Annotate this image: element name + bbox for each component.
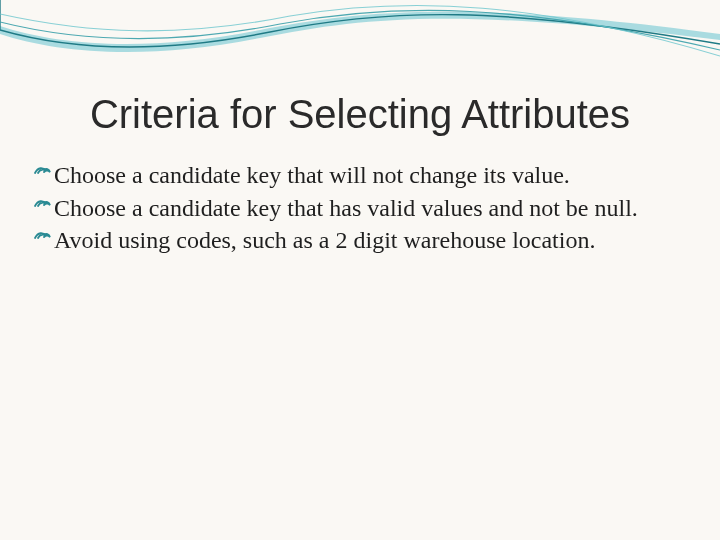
slide-title: Criteria for Selecting Attributes [0,92,720,137]
bullet-text: Choose a candidate key that will not cha… [54,160,680,191]
bullet-item: Avoid using codes, such as a 2 digit war… [32,225,680,256]
slide-body: Choose a candidate key that will not cha… [32,160,680,258]
header-wave-decoration [0,0,720,90]
bullet-icon [32,225,52,253]
bullet-icon [32,193,52,221]
bullet-item: Choose a candidate key that will not cha… [32,160,680,191]
bullet-text: Choose a candidate key that has valid va… [54,193,680,224]
slide: Criteria for Selecting Attributes Choose… [0,0,720,540]
bullet-icon [32,160,52,188]
bullet-text: Avoid using codes, such as a 2 digit war… [54,225,680,256]
wave-icon [0,0,720,90]
bullet-item: Choose a candidate key that has valid va… [32,193,680,224]
